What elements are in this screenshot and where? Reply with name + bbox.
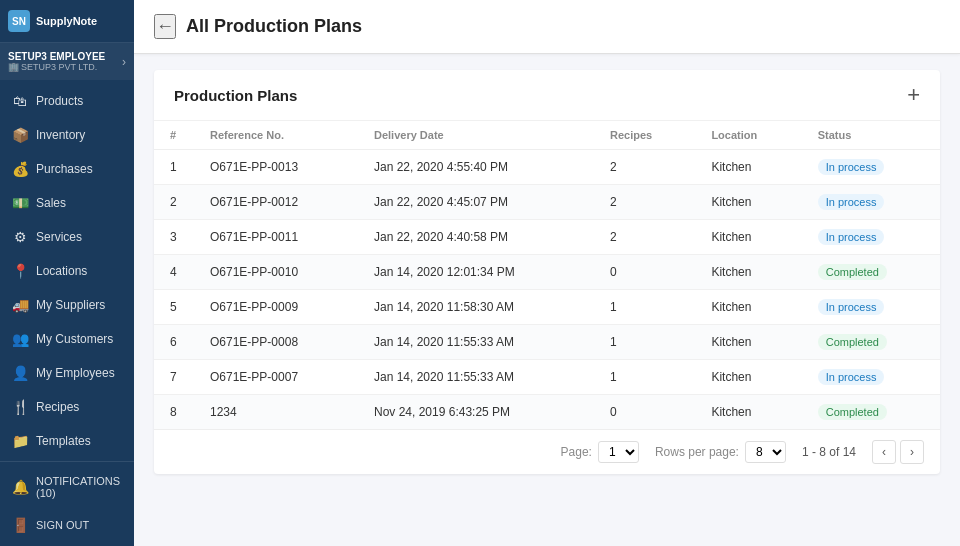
col-header--: # bbox=[154, 121, 194, 150]
cell-num: 2 bbox=[154, 185, 194, 220]
card-title: Production Plans bbox=[174, 87, 297, 104]
cell-status: In process bbox=[802, 290, 940, 325]
employee-company: 🏢 SETUP3 PVT LTD. bbox=[8, 62, 105, 72]
cell-ref: O671E-PP-0009 bbox=[194, 290, 358, 325]
sidebar-item-sales[interactable]: 💵Sales bbox=[0, 186, 134, 220]
status-badge: Completed bbox=[818, 334, 887, 350]
rows-select[interactable]: 8 bbox=[745, 441, 786, 463]
table-row[interactable]: 1 O671E-PP-0013 Jan 22, 2020 4:55:40 PM … bbox=[154, 150, 940, 185]
sidebar-item-my-customers[interactable]: 👥My Customers bbox=[0, 322, 134, 356]
table-row[interactable]: 8 1234 Nov 24, 2019 6:43:25 PM 0 Kitchen… bbox=[154, 395, 940, 430]
nav-icon-locations: 📍 bbox=[12, 263, 28, 279]
production-plans-card: Production Plans + #Reference No.Deliver… bbox=[154, 70, 940, 474]
sidebar-item-services[interactable]: ⚙Services bbox=[0, 220, 134, 254]
sidebar-footer: 🔔 NOTIFICATIONS (10) 🚪 SIGN OUT bbox=[0, 461, 134, 546]
sidebar-item-my-employees[interactable]: 👤My Employees bbox=[0, 356, 134, 390]
card-header: Production Plans + bbox=[154, 70, 940, 121]
nav-icon-purchases: 💰 bbox=[12, 161, 28, 177]
sidebar-item-purchases[interactable]: 💰Purchases bbox=[0, 152, 134, 186]
cell-recipes: 2 bbox=[594, 220, 695, 255]
cell-recipes: 2 bbox=[594, 185, 695, 220]
notifications-item[interactable]: 🔔 NOTIFICATIONS (10) bbox=[0, 466, 134, 508]
table-row[interactable]: 2 O671E-PP-0012 Jan 22, 2020 4:45:07 PM … bbox=[154, 185, 940, 220]
table-row[interactable]: 6 O671E-PP-0008 Jan 14, 2020 11:55:33 AM… bbox=[154, 325, 940, 360]
col-header-recipes: Recipes bbox=[594, 121, 695, 150]
page-select[interactable]: 1 bbox=[598, 441, 639, 463]
prev-page-button[interactable]: ‹ bbox=[872, 440, 896, 464]
cell-num: 4 bbox=[154, 255, 194, 290]
cell-ref: O671E-PP-0013 bbox=[194, 150, 358, 185]
status-badge: In process bbox=[818, 229, 885, 245]
cell-num: 6 bbox=[154, 325, 194, 360]
cell-recipes: 0 bbox=[594, 255, 695, 290]
nav-icon-my-customers: 👥 bbox=[12, 331, 28, 347]
rows-label: Rows per page: bbox=[655, 445, 739, 459]
cell-ref: O671E-PP-0011 bbox=[194, 220, 358, 255]
page-control: Page: 1 bbox=[561, 441, 639, 463]
sidebar-item-products[interactable]: 🛍Products bbox=[0, 84, 134, 118]
cell-delivery: Jan 14, 2020 11:55:33 AM bbox=[358, 360, 594, 395]
notifications-label: NOTIFICATIONS (10) bbox=[36, 475, 122, 499]
sidebar-item-recipes[interactable]: 🍴Recipes bbox=[0, 390, 134, 424]
sidebar-item-templates[interactable]: 📁Templates bbox=[0, 424, 134, 458]
cell-ref: 1234 bbox=[194, 395, 358, 430]
cell-location: Kitchen bbox=[695, 325, 801, 360]
table-row[interactable]: 5 O671E-PP-0009 Jan 14, 2020 11:58:30 AM… bbox=[154, 290, 940, 325]
table-footer: Page: 1 Rows per page: 8 1 - 8 of 14 ‹ › bbox=[154, 429, 940, 474]
table-row[interactable]: 7 O671E-PP-0007 Jan 14, 2020 11:55:33 AM… bbox=[154, 360, 940, 395]
nav-icon-my-employees: 👤 bbox=[12, 365, 28, 381]
cell-delivery: Jan 22, 2020 4:40:58 PM bbox=[358, 220, 594, 255]
col-header-reference-no-: Reference No. bbox=[194, 121, 358, 150]
cell-num: 8 bbox=[154, 395, 194, 430]
table-row[interactable]: 4 O671E-PP-0010 Jan 14, 2020 12:01:34 PM… bbox=[154, 255, 940, 290]
nav-label-products: Products bbox=[36, 94, 83, 108]
cell-location: Kitchen bbox=[695, 220, 801, 255]
status-badge: Completed bbox=[818, 264, 887, 280]
nav-label-services: Services bbox=[36, 230, 82, 244]
nav-label-my-employees: My Employees bbox=[36, 366, 115, 380]
cell-recipes: 1 bbox=[594, 360, 695, 395]
status-badge: In process bbox=[818, 369, 885, 385]
nav-label-purchases: Purchases bbox=[36, 162, 93, 176]
cell-delivery: Jan 14, 2020 11:58:30 AM bbox=[358, 290, 594, 325]
cell-recipes: 1 bbox=[594, 290, 695, 325]
col-header-location: Location bbox=[695, 121, 801, 150]
sidebar-item-my-suppliers[interactable]: 🚚My Suppliers bbox=[0, 288, 134, 322]
next-page-button[interactable]: › bbox=[900, 440, 924, 464]
cell-recipes: 1 bbox=[594, 325, 695, 360]
cell-ref: O671E-PP-0012 bbox=[194, 185, 358, 220]
back-button[interactable]: ← bbox=[154, 14, 176, 39]
table-row[interactable]: 3 O671E-PP-0011 Jan 22, 2020 4:40:58 PM … bbox=[154, 220, 940, 255]
nav-icon-templates: 📁 bbox=[12, 433, 28, 449]
nav-label-recipes: Recipes bbox=[36, 400, 79, 414]
sidebar-item-locations[interactable]: 📍Locations bbox=[0, 254, 134, 288]
nav-icon-services: ⚙ bbox=[12, 229, 28, 245]
cell-delivery: Nov 24, 2019 6:43:25 PM bbox=[358, 395, 594, 430]
content-area: Production Plans + #Reference No.Deliver… bbox=[134, 54, 960, 546]
signout-item[interactable]: 🚪 SIGN OUT bbox=[0, 508, 134, 542]
cell-ref: O671E-PP-0010 bbox=[194, 255, 358, 290]
nav-label-my-customers: My Customers bbox=[36, 332, 113, 346]
sidebar-header: SN SupplyNote bbox=[0, 0, 134, 43]
nav-label-sales: Sales bbox=[36, 196, 66, 210]
sidebar-item-inventory[interactable]: 📦Inventory bbox=[0, 118, 134, 152]
cell-location: Kitchen bbox=[695, 360, 801, 395]
table-body: 1 O671E-PP-0013 Jan 22, 2020 4:55:40 PM … bbox=[154, 150, 940, 430]
page-title: All Production Plans bbox=[186, 16, 362, 37]
cell-location: Kitchen bbox=[695, 255, 801, 290]
nav-icon-sales: 💵 bbox=[12, 195, 28, 211]
production-plans-table: #Reference No.Delivery DateRecipesLocati… bbox=[154, 121, 940, 429]
nav-icon-recipes: 🍴 bbox=[12, 399, 28, 415]
add-button[interactable]: + bbox=[907, 84, 920, 106]
employee-selector[interactable]: SETUP3 EMPLOYEE 🏢 SETUP3 PVT LTD. › bbox=[0, 43, 134, 80]
page-header: ← All Production Plans bbox=[134, 0, 960, 54]
cell-num: 7 bbox=[154, 360, 194, 395]
signout-icon: 🚪 bbox=[12, 517, 28, 533]
cell-delivery: Jan 22, 2020 4:55:40 PM bbox=[358, 150, 594, 185]
cell-num: 1 bbox=[154, 150, 194, 185]
cell-status: In process bbox=[802, 185, 940, 220]
status-badge: In process bbox=[818, 159, 885, 175]
cell-status: Completed bbox=[802, 395, 940, 430]
cell-status: In process bbox=[802, 360, 940, 395]
cell-status: Completed bbox=[802, 255, 940, 290]
